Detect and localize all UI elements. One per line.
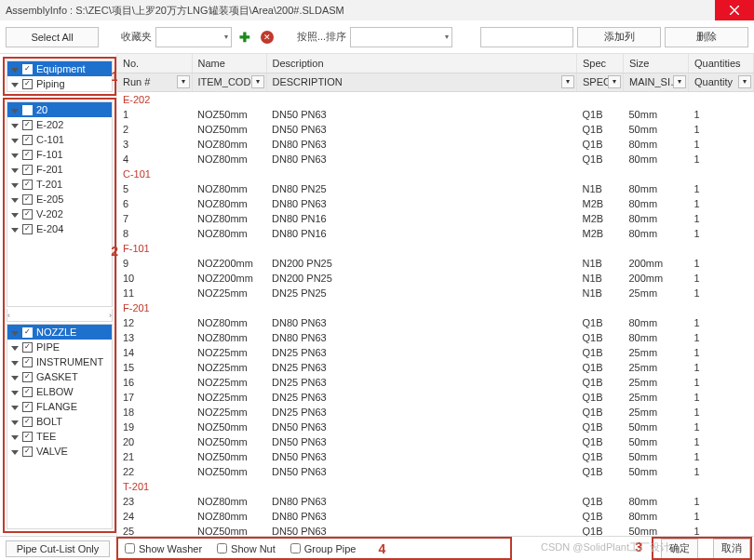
expand-icon[interactable] [11, 63, 19, 74]
filter-desc[interactable]: DESCRIPTION▾ [266, 73, 577, 91]
table-row[interactable]: 7NOZ80mmDN80 PN16M2B80mm1 [117, 211, 754, 226]
table-row[interactable]: 9NOZ200mmDN200 PN25N1B200mm1 [117, 256, 754, 271]
expand-icon[interactable] [11, 104, 19, 115]
table-row[interactable]: 24NOZ80mmDN80 PN63Q1B80mm1 [117, 509, 754, 524]
chevron-down-icon[interactable]: ▾ [177, 75, 190, 88]
table-row[interactable]: 13NOZ80mmDN80 PN63Q1B80mm1 [117, 330, 754, 345]
tree-item[interactable]: ✓TEE [7, 429, 112, 444]
expand-icon[interactable] [11, 446, 19, 457]
ok-button[interactable]: 确定 [661, 539, 698, 559]
chevron-down-icon[interactable]: ▾ [251, 75, 264, 88]
pipe-cut-list-button[interactable]: Pipe Cut-List Only [6, 540, 110, 557]
checkbox-icon[interactable]: ✓ [22, 120, 33, 130]
table-row[interactable]: 6NOZ80mmDN80 PN63M2B80mm1 [117, 196, 754, 211]
checkbox-icon[interactable]: ✓ [22, 224, 33, 234]
close-button[interactable] [715, 0, 754, 20]
expand-icon[interactable] [11, 386, 19, 397]
tree-item[interactable]: ✓E-202 [7, 117, 112, 132]
col-size[interactable]: Size [624, 54, 689, 73]
expand-icon[interactable] [11, 119, 19, 130]
tree-item[interactable]: ✓E-204 [7, 221, 112, 236]
expand-icon[interactable] [11, 179, 19, 190]
checkbox-icon[interactable]: ✓ [22, 79, 33, 89]
table-row[interactable]: 17NOZ25mmDN25 PN63Q1B25mm1 [117, 390, 754, 405]
expand-icon[interactable] [11, 401, 19, 412]
table-row[interactable]: 11NOZ25mmDN25 PN25N1B25mm1 [117, 286, 754, 300]
tree-item[interactable]: ✓Equipment [7, 61, 112, 76]
expand-icon[interactable] [11, 416, 19, 427]
table-row[interactable]: T-201 [117, 479, 754, 494]
checkbox-icon[interactable]: ✓ [22, 342, 33, 353]
checkbox-icon[interactable] [22, 105, 33, 115]
expand-icon[interactable] [11, 149, 19, 160]
tree-item[interactable]: ✓Piping [7, 76, 112, 91]
expand-icon[interactable] [11, 356, 19, 367]
tree-item[interactable]: ✓PIPE [7, 340, 112, 354]
checkbox-icon[interactable]: ✓ [22, 150, 33, 160]
checkbox-icon[interactable]: ✓ [22, 327, 33, 338]
table-row[interactable]: 2NOZ50mmDN50 PN63Q1B50mm1 [117, 122, 754, 137]
parts-tree[interactable]: ✓NOZZLE✓PIPE✓INSTRUMENT✓GASKET✓ELBOW✓FLA… [7, 324, 113, 529]
table-row[interactable]: 15NOZ25mmDN25 PN63Q1B25mm1 [117, 360, 754, 375]
tree-item[interactable]: ✓VALVE [7, 444, 112, 459]
col-desc[interactable]: Description [266, 54, 577, 73]
table-row[interactable]: 18NOZ25mmDN25 PN63Q1B25mm1 [117, 405, 754, 420]
cancel-button[interactable]: 取消 [713, 539, 750, 559]
tree-item[interactable]: ✓F-101 [7, 147, 112, 162]
sort-combo[interactable]: ▾ [350, 27, 452, 47]
checkbox-icon[interactable]: ✓ [22, 417, 33, 427]
show-nut-checkbox[interactable] [217, 543, 227, 553]
group-pipe-option[interactable]: Group Pipe [290, 543, 357, 554]
chevron-down-icon[interactable]: ▾ [608, 75, 621, 88]
results-grid[interactable]: No. Name Description Spec Size Quantitie… [117, 54, 754, 536]
add-column-button[interactable]: 添加列 [577, 27, 661, 47]
tree-item[interactable]: 20 [7, 102, 112, 117]
table-row[interactable]: 1NOZ50mmDN50 PN63Q1B50mm1 [117, 107, 754, 122]
table-row[interactable]: 3NOZ80mmDN80 PN63Q1B80mm1 [117, 137, 754, 152]
remove-favorite-button[interactable]: ✕ [258, 28, 276, 47]
search-field[interactable] [480, 27, 573, 47]
expand-icon[interactable] [11, 371, 19, 382]
tree-item[interactable]: ✓E-205 [7, 192, 112, 207]
add-favorite-button[interactable]: ✚ [236, 28, 254, 47]
checkbox-icon[interactable]: ✓ [22, 357, 33, 367]
tree-item[interactable]: ✓INSTRUMENT [7, 354, 112, 369]
equipment-tree[interactable]: 20✓E-202✓C-101✓F-101✓F-201✓T-201✓E-205✓V… [7, 101, 113, 307]
type-tree[interactable]: ✓Equipment✓Piping [7, 60, 113, 92]
tree-item[interactable]: ✓ELBOW [7, 384, 112, 399]
col-qty[interactable]: Quantities [689, 54, 754, 73]
tree-item[interactable]: ✓NOZZLE [7, 325, 112, 340]
table-row[interactable]: 21NOZ50mmDN50 PN63Q1B50mm1 [117, 449, 754, 464]
table-row[interactable]: 20NOZ50mmDN50 PN63Q1B50mm1 [117, 434, 754, 449]
table-row[interactable]: 4NOZ80mmDN80 PN63Q1B80mm1 [117, 152, 754, 167]
table-row[interactable]: E-202 [117, 91, 754, 107]
checkbox-icon[interactable]: ✓ [22, 372, 33, 382]
tree-item[interactable]: ✓T-201 [7, 177, 112, 192]
show-nut-option[interactable]: Show Nut [217, 543, 276, 554]
expand-icon[interactable] [11, 341, 19, 353]
checkbox-icon[interactable]: ✓ [22, 64, 33, 74]
table-row[interactable]: C-101 [117, 167, 754, 181]
filter-qty[interactable]: Quantity▾ [689, 73, 754, 91]
expand-icon[interactable] [11, 208, 19, 220]
checkbox-icon[interactable]: ✓ [22, 387, 33, 397]
expand-icon[interactable] [11, 78, 19, 89]
checkbox-icon[interactable]: ✓ [22, 209, 33, 220]
checkbox-icon[interactable]: ✓ [22, 194, 33, 205]
group-pipe-checkbox[interactable] [290, 543, 301, 553]
table-row[interactable]: 25NOZ50mmDN50 PN63Q1B50mm1 [117, 524, 754, 537]
tree-item[interactable]: ✓V-202 [7, 207, 112, 221]
filter-no[interactable]: Run #▾ [117, 73, 192, 91]
checkbox-icon[interactable]: ✓ [22, 402, 33, 412]
expand-icon[interactable] [11, 164, 19, 175]
expand-icon[interactable] [11, 193, 19, 205]
col-name[interactable]: Name [192, 54, 266, 73]
table-row[interactable]: 23NOZ80mmDN80 PN63Q1B80mm1 [117, 494, 754, 509]
show-washer-checkbox[interactable] [125, 543, 135, 553]
delete-button[interactable]: 删除 [665, 27, 748, 47]
checkbox-icon[interactable]: ✓ [22, 135, 33, 145]
table-row[interactable]: 8NOZ80mmDN80 PN16M2B80mm1 [117, 226, 754, 241]
col-no[interactable]: No. [117, 54, 192, 73]
expand-icon[interactable] [11, 223, 19, 234]
table-row[interactable]: F-201 [117, 300, 754, 315]
